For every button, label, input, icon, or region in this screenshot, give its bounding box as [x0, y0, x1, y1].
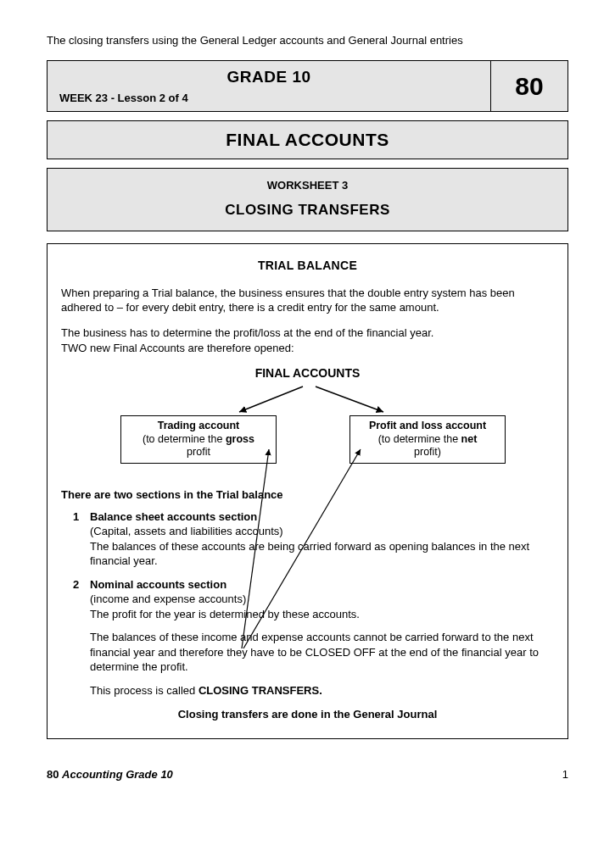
box2-title: Profit and loss account: [369, 420, 486, 431]
item-1-sub1: (Capital, assets and liabilities account…: [90, 525, 283, 537]
sections-heading: There are two sections in the Trial bala…: [61, 487, 554, 503]
week-label: WEEK 23 - Lesson 2 of 4: [59, 92, 478, 104]
svg-line-0: [239, 387, 303, 412]
p2-line1: The business has to determine the profit…: [61, 326, 433, 339]
box1-line1b: gross: [226, 433, 254, 445]
item-1-sub2: The balances of these accounts are being…: [90, 540, 529, 568]
box1-title: Trading account: [158, 420, 240, 431]
paragraph-1: When preparing a Trial balance, the busi…: [61, 286, 554, 315]
item-2-sub1: (income and expense accounts): [90, 593, 246, 605]
footer-left: 80 Accounting Grade 10: [47, 768, 173, 781]
footer: 80 Accounting Grade 10 1: [47, 768, 568, 781]
item-2-sub2: The profit for the year is determined by…: [90, 608, 360, 620]
svg-line-1: [316, 387, 383, 412]
trading-account-box: Trading account (to determine the gross …: [120, 415, 277, 464]
paragraph-3: The balances of these income and expense…: [90, 630, 554, 675]
item-1-num: 1: [73, 509, 90, 569]
worksheet-label: WORKSHEET 3: [48, 179, 567, 192]
footer-page: 1: [562, 768, 568, 781]
diagram: Trading account (to determine the gross …: [61, 383, 554, 481]
box1-line2: profit: [187, 446, 210, 458]
main-title: FINAL ACCOUNTS: [47, 120, 568, 159]
box1-line1a: (to determine the: [143, 433, 226, 445]
item-2: 2 Nominal accounts section (income and e…: [73, 577, 554, 622]
box2-line1b: net: [461, 433, 478, 445]
closing-line: Closing transfers are done in the Genera…: [61, 707, 554, 722]
grade-label: GRADE 10: [59, 68, 478, 86]
header-description: The closing transfers using the General …: [47, 34, 568, 47]
p4b: CLOSING TRANSFERS.: [198, 684, 322, 697]
footer-number: 80: [47, 768, 59, 781]
page: The closing transfers using the General …: [0, 0, 615, 806]
header-left: GRADE 10 WEEK 23 - Lesson 2 of 4: [48, 61, 490, 111]
lesson-number: 80: [490, 61, 567, 111]
item-1-title: Balance sheet accounts section: [90, 510, 257, 523]
item-2-title: Nominal accounts section: [90, 578, 226, 591]
box2-line1a: (to determine the: [378, 433, 461, 445]
worksheet-title: CLOSING TRANSFERS: [48, 202, 567, 219]
p4a: This process is called: [90, 684, 198, 697]
paragraph-2: The business has to determine the profit…: [61, 326, 554, 355]
footer-book: Accounting Grade 10: [62, 768, 173, 781]
item-2-body: Nominal accounts section (income and exp…: [90, 577, 554, 622]
p2-line2: TWO new Final Accounts are therefore ope…: [61, 342, 294, 354]
item-2-num: 2: [73, 577, 90, 622]
item-1: 1 Balance sheet accounts section (Capita…: [73, 509, 554, 569]
content-box: TRIAL BALANCE When preparing a Trial bal…: [47, 243, 568, 739]
worksheet-box: WORKSHEET 3 CLOSING TRANSFERS: [47, 168, 568, 231]
box2-line2: profit): [414, 446, 441, 458]
profit-loss-box: Profit and loss account (to determine th…: [349, 415, 506, 464]
content-wrap: TRIAL BALANCE When preparing a Trial bal…: [47, 243, 568, 739]
paragraph-4: This process is called CLOSING TRANSFERS…: [90, 683, 554, 698]
header-box: GRADE 10 WEEK 23 - Lesson 2 of 4 80: [47, 60, 568, 112]
trial-balance-heading: TRIAL BALANCE: [61, 258, 554, 274]
final-accounts-heading: FINAL ACCOUNTS: [61, 365, 554, 381]
item-1-body: Balance sheet accounts section (Capital,…: [90, 509, 554, 569]
